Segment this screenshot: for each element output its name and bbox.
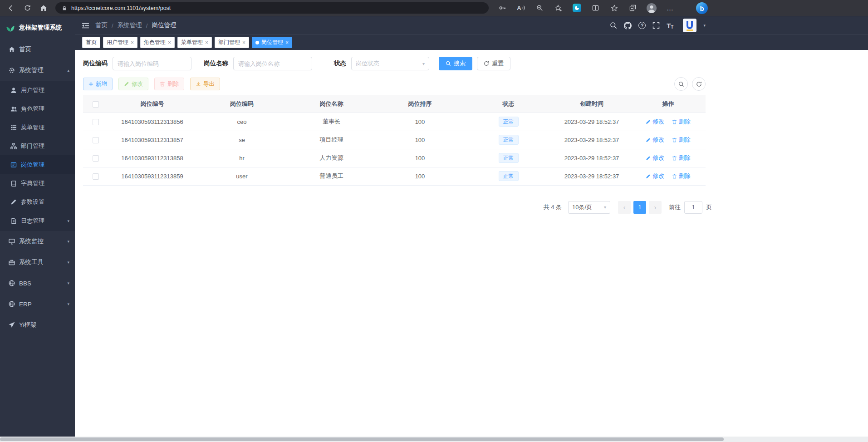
browser-menu-button[interactable]: … bbox=[661, 0, 679, 16]
site-info-icon bbox=[62, 5, 67, 11]
row-checkbox[interactable] bbox=[93, 155, 99, 162]
tab-posts-active[interactable]: 岗位管理 × bbox=[252, 37, 292, 48]
sidebar-item-menus[interactable]: 菜单管理 bbox=[0, 118, 75, 137]
user-avatar[interactable] bbox=[683, 19, 696, 32]
zoom-out-button[interactable] bbox=[530, 0, 549, 16]
add-button[interactable]: 新增 bbox=[83, 78, 113, 90]
search-icon bbox=[678, 81, 684, 87]
prev-page-button[interactable]: ‹ bbox=[618, 201, 631, 214]
row-delete-link[interactable]: 删除 bbox=[672, 136, 691, 144]
close-icon[interactable]: × bbox=[205, 39, 208, 46]
user-dropdown-caret[interactable]: ▾ bbox=[703, 23, 706, 28]
browser-home-button[interactable] bbox=[35, 0, 52, 16]
page-content: 岗位编码 岗位名称 状态 岗位状态 ▾ 搜索 重置 bbox=[75, 50, 868, 442]
delete-button[interactable]: 删除 bbox=[154, 78, 184, 90]
sidebar-item-users[interactable]: 用户管理 bbox=[0, 81, 75, 99]
read-aloud-button[interactable]: A bbox=[512, 0, 530, 16]
breadcrumb-system[interactable]: 系统管理 bbox=[118, 21, 142, 29]
goto-page-input[interactable] bbox=[684, 201, 702, 214]
home-icon bbox=[40, 5, 47, 12]
refresh-table-button[interactable] bbox=[692, 77, 706, 91]
toggle-search-button[interactable] bbox=[674, 77, 688, 91]
monitor-icon bbox=[9, 238, 15, 245]
copilot-bing-button[interactable]: b bbox=[696, 2, 708, 14]
tab-roles[interactable]: 角色管理 × bbox=[140, 37, 175, 48]
sidebar-item-system[interactable]: 系统管理 ▴ bbox=[0, 60, 75, 81]
export-button[interactable]: 导出 bbox=[190, 78, 220, 90]
close-icon[interactable]: × bbox=[242, 39, 245, 46]
sidebar-item-roles[interactable]: 角色管理 bbox=[0, 99, 75, 118]
close-icon[interactable]: × bbox=[131, 39, 134, 46]
modify-button[interactable]: 修改 bbox=[118, 78, 148, 90]
header-search-button[interactable] bbox=[610, 22, 617, 29]
filter-form: 岗位编码 岗位名称 状态 岗位状态 ▾ 搜索 重置 bbox=[83, 56, 868, 71]
tab-menus[interactable]: 菜单管理 × bbox=[177, 37, 212, 48]
document-icon bbox=[10, 218, 17, 224]
address-bar[interactable]: https://ccnetcore.com:1101/system/post bbox=[55, 2, 489, 14]
extension-clarity-button[interactable] bbox=[568, 0, 586, 16]
horizontal-scrollbar[interactable] bbox=[0, 437, 868, 442]
tab-departments[interactable]: 部门管理 × bbox=[215, 37, 249, 48]
favorites-button[interactable] bbox=[605, 0, 623, 16]
sidebar-item-home[interactable]: 首页 bbox=[0, 39, 75, 60]
search-button[interactable]: 搜索 bbox=[439, 57, 472, 70]
table-row: 1641030593112313857 se 项目经理 100 正常 2023-… bbox=[83, 131, 706, 149]
split-screen-button[interactable] bbox=[586, 0, 605, 16]
sidebar-item-bbs[interactable]: BBS ▾ bbox=[0, 273, 75, 294]
post-code-input[interactable] bbox=[113, 57, 191, 70]
sidebar-item-dictionary[interactable]: 字典管理 bbox=[0, 174, 75, 192]
chevron-down-icon: ▾ bbox=[67, 281, 69, 285]
edit-pencil-icon bbox=[646, 174, 651, 179]
row-edit-link[interactable]: 修改 bbox=[646, 172, 664, 180]
sidebar-item-parameters[interactable]: 参数设置 bbox=[0, 192, 75, 211]
post-name-input[interactable] bbox=[233, 57, 312, 70]
tab-users[interactable]: 用户管理 × bbox=[103, 37, 137, 48]
github-button[interactable] bbox=[624, 22, 632, 29]
sidebar-item-logs[interactable]: 日志管理 ▾ bbox=[0, 211, 75, 231]
sidebar-item-erp[interactable]: ERP ▾ bbox=[0, 294, 75, 314]
sidebar-collapse-button[interactable] bbox=[82, 22, 89, 29]
row-checkbox[interactable] bbox=[93, 119, 99, 125]
row-delete-link[interactable]: 删除 bbox=[672, 154, 691, 162]
app-logo[interactable]: 意框架管理系统 bbox=[0, 16, 75, 39]
row-edit-link[interactable]: 修改 bbox=[646, 136, 664, 144]
sidebar-item-monitor[interactable]: 系统监控 ▾ bbox=[0, 231, 75, 252]
row-edit-link[interactable]: 修改 bbox=[646, 118, 664, 126]
select-all-checkbox[interactable] bbox=[93, 101, 99, 108]
status-select[interactable]: 岗位状态 ▾ bbox=[351, 57, 429, 70]
row-checkbox[interactable] bbox=[93, 137, 99, 143]
next-page-button[interactable]: › bbox=[649, 201, 662, 214]
help-button[interactable]: ? bbox=[638, 22, 646, 29]
sidebar-item-posts[interactable]: 岗位管理 bbox=[0, 155, 75, 174]
active-tab-dot bbox=[255, 41, 259, 44]
chevron-down-icon: ▾ bbox=[67, 302, 69, 306]
scrollbar-thumb[interactable] bbox=[0, 437, 724, 441]
row-delete-link[interactable]: 删除 bbox=[672, 118, 691, 126]
page-size-select[interactable]: 10条/页 ▾ bbox=[568, 201, 610, 214]
table-toolbar: 新增 修改 删除 导出 bbox=[83, 78, 706, 90]
star-icon bbox=[611, 5, 618, 12]
add-favorite-button[interactable] bbox=[549, 0, 568, 16]
breadcrumb-home[interactable]: 首页 bbox=[95, 21, 108, 29]
tab-home[interactable]: 首页 bbox=[82, 37, 100, 48]
browser-profile-button[interactable] bbox=[642, 0, 661, 16]
collections-button[interactable] bbox=[623, 0, 642, 16]
fullscreen-button[interactable] bbox=[652, 22, 660, 29]
col-post-name: 岗位名称 bbox=[287, 95, 376, 113]
row-edit-link[interactable]: 修改 bbox=[646, 154, 664, 162]
font-size-button[interactable]: TT bbox=[667, 22, 673, 29]
row-delete-link[interactable]: 删除 bbox=[672, 172, 691, 180]
trash-icon bbox=[160, 81, 165, 87]
page-number-1[interactable]: 1 bbox=[633, 201, 646, 214]
browser-back-button[interactable] bbox=[3, 0, 19, 16]
reset-button[interactable]: 重置 bbox=[477, 57, 510, 70]
row-checkbox[interactable] bbox=[93, 173, 99, 180]
close-icon[interactable]: × bbox=[168, 39, 171, 46]
browser-refresh-button[interactable] bbox=[19, 0, 35, 16]
sidebar-item-framework[interactable]: Yi框架 bbox=[0, 314, 75, 335]
post-code-label: 岗位编码 bbox=[83, 59, 108, 68]
close-icon[interactable]: × bbox=[285, 39, 289, 46]
password-key-button[interactable] bbox=[493, 0, 512, 16]
sidebar-item-tools[interactable]: 系统工具 ▾ bbox=[0, 252, 75, 273]
sidebar-item-departments[interactable]: 部门管理 bbox=[0, 137, 75, 155]
